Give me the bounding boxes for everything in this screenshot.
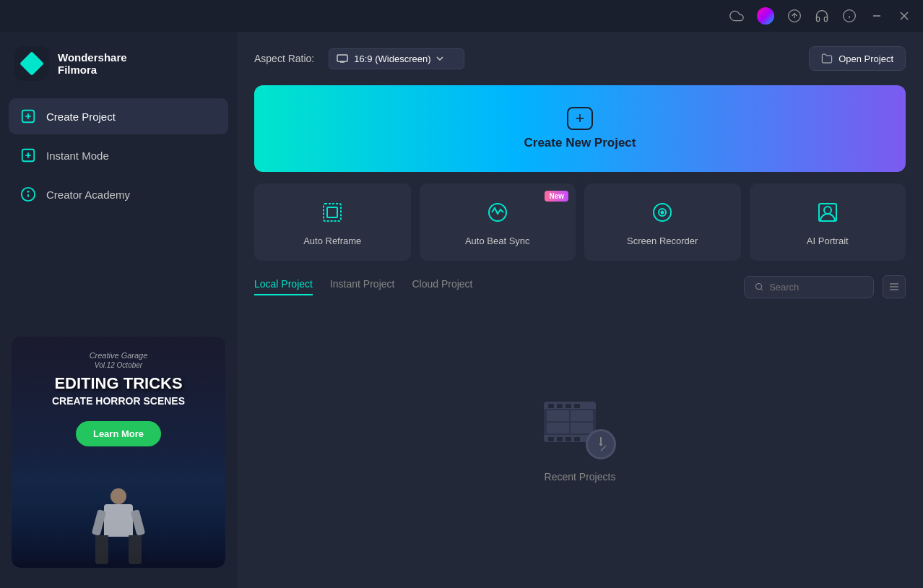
content-area: Aspect Ratio: 16:9 (Widescreen)	[237, 32, 923, 588]
banner-headline: EDITING TRICKS	[54, 375, 182, 392]
tab-cloud-project[interactable]: Cloud Project	[412, 278, 472, 295]
sidebar-item-label-instant: Instant Mode	[46, 150, 109, 162]
minimize-button[interactable]	[870, 9, 884, 23]
svg-rect-21	[327, 207, 337, 217]
sidebar-item-label-academy: Creator Academy	[46, 189, 130, 201]
film-frame	[547, 410, 569, 421]
svg-rect-17	[337, 55, 347, 61]
empty-projects-icon	[544, 402, 616, 459]
aspect-ratio-label: Aspect Ratio:	[254, 53, 314, 64]
tab-instant-project[interactable]: Instant Project	[330, 278, 395, 295]
aspect-ratio-container: Aspect Ratio: 16:9 (Widescreen)	[254, 48, 464, 69]
headset-icon[interactable]	[815, 9, 829, 23]
search-box[interactable]	[744, 276, 874, 298]
svg-point-25	[662, 212, 664, 214]
close-button[interactable]	[897, 9, 911, 23]
figure-leg-left	[95, 535, 108, 564]
create-project-label: Create New Project	[524, 136, 636, 150]
sidebar-item-instant-mode[interactable]: Instant Mode	[9, 137, 228, 173]
projects-section: Local Project Instant Project Cloud Proj…	[254, 275, 906, 574]
film-frame	[571, 410, 593, 421]
logo-icon	[14, 46, 49, 81]
figure-head	[110, 488, 126, 504]
list-view-button[interactable]	[883, 275, 906, 298]
film-frames	[544, 409, 596, 435]
app-name: Wondershare	[58, 51, 127, 64]
figure-torso	[104, 504, 133, 537]
cloud-icon[interactable]	[729, 9, 744, 23]
create-project-plus-icon: +	[567, 107, 593, 130]
sidebar-banner[interactable]: Creative Garage Vol.12 October EDITING T…	[12, 337, 225, 568]
tool-card-auto-reframe[interactable]: Auto Reframe	[254, 183, 411, 261]
projects-tools	[744, 275, 906, 298]
create-new-project-banner[interactable]: + Create New Project	[254, 85, 906, 172]
titlebar	[0, 0, 923, 32]
auto-beat-sync-icon	[483, 198, 512, 227]
list-view-icon	[888, 281, 900, 293]
chevron-down-icon	[436, 56, 443, 61]
film-hole	[574, 437, 580, 441]
upload-icon[interactable]	[787, 9, 802, 23]
film-hole	[574, 404, 580, 408]
film-hole	[557, 437, 563, 441]
folder-icon	[821, 53, 833, 64]
content-topbar: Aspect Ratio: 16:9 (Widescreen)	[254, 46, 906, 71]
main-layout: Wondershare Filmora Create Project	[0, 32, 923, 588]
ai-portrait-icon	[813, 198, 842, 227]
banner-learn-more-button[interactable]: Learn More	[76, 421, 161, 446]
svg-point-28	[756, 283, 762, 289]
film-hole	[557, 404, 563, 408]
film-frame	[571, 423, 593, 433]
sidebar-nav: Create Project Instant Mode	[0, 98, 237, 212]
banner-vol: Vol.12 October	[95, 361, 142, 369]
clock-hand-hour	[600, 437, 602, 443]
tool-card-ai-portrait[interactable]: AI Portrait	[750, 183, 906, 261]
screen-recorder-icon	[648, 198, 677, 227]
auto-reframe-icon	[318, 198, 347, 227]
create-project-icon	[20, 108, 36, 124]
logo-text: Wondershare Filmora	[58, 51, 127, 76]
svg-rect-20	[324, 204, 341, 221]
svg-point-27	[824, 207, 831, 214]
clock-face	[592, 436, 610, 453]
banner-subheadline: CREATE HORROR SCENES	[52, 395, 185, 407]
aspect-ratio-value: 16:9 (Widescreen)	[354, 53, 430, 64]
app-logo: Wondershare Filmora	[0, 40, 237, 98]
recent-clock-icon	[586, 429, 616, 459]
tool-card-screen-recorder[interactable]: Screen Recorder	[584, 183, 741, 261]
tools-grid: Auto Reframe New Auto Beat Sync	[254, 183, 906, 261]
sidebar-item-label-create: Create Project	[46, 111, 116, 123]
sidebar: Wondershare Filmora Create Project	[0, 32, 237, 588]
open-project-button[interactable]: Open Project	[809, 46, 906, 71]
film-hole	[566, 437, 571, 441]
creator-academy-icon	[20, 186, 36, 202]
clock-center	[599, 443, 602, 446]
film-hole	[548, 437, 554, 441]
search-input[interactable]	[769, 282, 863, 293]
film-frame	[547, 423, 569, 433]
svg-line-29	[760, 288, 762, 290]
tool-label-screen-recorder: Screen Recorder	[627, 235, 698, 246]
projects-tabs: Local Project Instant Project Cloud Proj…	[254, 278, 472, 295]
open-project-label: Open Project	[838, 53, 893, 64]
recent-projects-label: Recent Projects	[545, 471, 616, 483]
tool-label-auto-beat-sync: Auto Beat Sync	[465, 235, 530, 246]
tool-label-auto-reframe: Auto Reframe	[303, 235, 361, 246]
sidebar-item-creator-academy[interactable]: Creator Academy	[9, 176, 228, 212]
clock-hand-minute	[601, 445, 607, 451]
banner-figure	[93, 488, 144, 561]
projects-tabs-bar: Local Project Instant Project Cloud Proj…	[254, 275, 906, 298]
tab-local-project[interactable]: Local Project	[254, 278, 313, 295]
info-icon[interactable]	[842, 9, 857, 23]
tool-card-auto-beat-sync[interactable]: New Auto Beat Sync	[420, 183, 576, 261]
film-top-holes	[544, 402, 596, 409]
profile-avatar[interactable]	[757, 7, 774, 25]
aspect-ratio-select[interactable]: 16:9 (Widescreen)	[329, 48, 464, 69]
app-subtitle: Filmora	[58, 64, 127, 76]
film-hole	[566, 404, 571, 408]
logo-diamond	[20, 51, 44, 76]
instant-mode-icon	[20, 147, 36, 163]
sidebar-item-create-project[interactable]: Create Project	[9, 98, 228, 134]
film-hole	[548, 404, 554, 408]
monitor-icon	[337, 54, 348, 63]
